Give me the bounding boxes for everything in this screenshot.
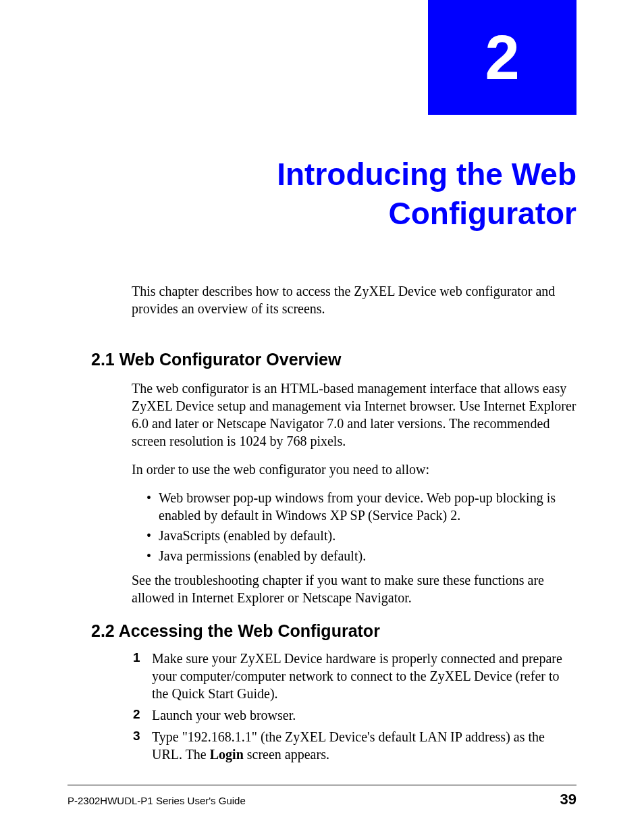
section-heading-2-2: 2.2 Accessing the Web Configurator bbox=[91, 621, 380, 641]
section-2-2-steps: 1 Make sure your ZyXEL Device hardware i… bbox=[132, 650, 576, 763]
list-item: 1 Make sure your ZyXEL Device hardware i… bbox=[132, 650, 576, 702]
step-number: 3 bbox=[133, 728, 140, 745]
step-number: 2 bbox=[133, 706, 140, 723]
step-text-bold: Login bbox=[210, 747, 244, 762]
section-2-1-para2: In order to use the web configurator you… bbox=[132, 461, 576, 478]
section-2-2-body: 1 Make sure your ZyXEL Device hardware i… bbox=[132, 650, 576, 767]
list-item: 3 Type "192.168.1.1" (the ZyXEL Device's… bbox=[132, 728, 576, 763]
chapter-intro: This chapter describes how to access the… bbox=[132, 282, 576, 317]
section-2-1-bullets: Web browser pop-up windows from your dev… bbox=[146, 489, 576, 565]
section-2-1-body: The web configurator is an HTML-based ma… bbox=[132, 380, 576, 617]
section-heading-2-1: 2.1 Web Configurator Overview bbox=[91, 350, 341, 369]
section-2-1-para1: The web configurator is an HTML-based ma… bbox=[132, 380, 576, 450]
footer-guide-title: P-2302HWUDL-P1 Series User's Guide bbox=[68, 795, 246, 806]
list-item: 2 Launch your web browser. bbox=[132, 706, 576, 724]
page-footer: P-2302HWUDL-P1 Series User's Guide 39 bbox=[68, 785, 576, 808]
chapter-number: 2 bbox=[485, 26, 519, 88]
document-page: 2 Introducing the Web Configurator This … bbox=[0, 0, 644, 834]
step-number: 1 bbox=[133, 650, 140, 667]
list-item: Java permissions (enabled by default). bbox=[146, 547, 576, 565]
step-text: Launch your web browser. bbox=[152, 708, 296, 723]
list-item: Web browser pop-up windows from your dev… bbox=[146, 489, 576, 524]
step-text-suffix: screen appears. bbox=[244, 747, 329, 762]
footer-page-number: 39 bbox=[560, 791, 576, 808]
chapter-title: Introducing the Web Configurator bbox=[91, 155, 576, 233]
step-text: Make sure your ZyXEL Device hardware is … bbox=[152, 651, 562, 701]
list-item: JavaScripts (enabled by default). bbox=[146, 527, 576, 544]
chapter-number-block: 2 bbox=[428, 0, 576, 115]
section-2-1-para3: See the troubleshooting chapter if you w… bbox=[132, 571, 576, 606]
